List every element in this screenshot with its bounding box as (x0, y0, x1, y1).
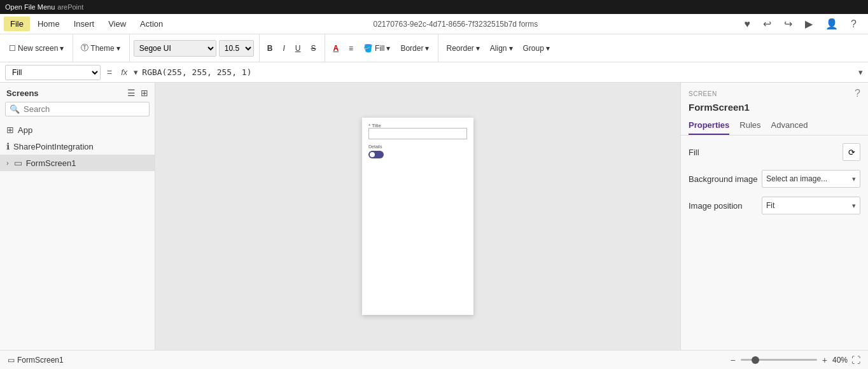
new-screen-icon: ☐ (9, 44, 16, 53)
border-chevron: ▾ (425, 44, 429, 53)
toolbar-color-group: A ≡ 🪣 Fill ▾ Border ▾ (329, 34, 438, 62)
background-image-chevron: ▾ (852, 175, 856, 183)
play-icon[interactable]: ▶ (802, 17, 815, 31)
font-family-select[interactable]: Segoe UI (134, 40, 216, 57)
image-position-label: Image position (689, 201, 743, 211)
diagnostic-icon[interactable]: ♥ (742, 17, 753, 31)
fill-icon: 🪣 (363, 44, 373, 53)
tab-properties[interactable]: Properties (689, 118, 729, 135)
sidebar-item-app[interactable]: ⊞ App (0, 122, 155, 138)
formula-input[interactable] (142, 67, 855, 77)
border-button[interactable]: Border ▾ (396, 42, 433, 55)
menu-icons-right: ♥ ↩ ↪ ▶ 👤 ? (742, 17, 864, 31)
formscreen-icon: ▭ (14, 158, 22, 168)
toolbar-font-group: Segoe UI 10.5 (134, 34, 260, 62)
align-chevron: ▾ (509, 44, 513, 53)
sidebar-items: ⊞ App ℹ SharePointIntegration › ▭ FormSc… (0, 122, 155, 350)
reorder-chevron: ▾ (476, 44, 480, 53)
reorder-button[interactable]: Reorder ▾ (442, 42, 483, 55)
bold-button[interactable]: B (263, 42, 277, 55)
bottom-screen-name: ▭ FormScreen1 (8, 356, 64, 365)
canvas-area[interactable]: * Title Details (155, 83, 680, 350)
underline-button[interactable]: U (291, 42, 305, 55)
zoom-controls: − + 40% ⛶ (729, 355, 860, 365)
refresh-icon: ⟳ (848, 148, 855, 157)
toolbar-text-format-group: B I U S (263, 34, 326, 62)
open-file-menu-label[interactable]: Open File Menu (5, 3, 55, 11)
sharepoint-icon: ℹ (6, 141, 10, 151)
sidebar-item-app-label: App (18, 125, 32, 135)
menu-item-action[interactable]: Action (134, 17, 169, 31)
sidebar-item-sharepoint-label: SharePointIntegration (13, 142, 94, 151)
new-screen-button[interactable]: ☐ New screen ▾ (5, 42, 67, 55)
panel-help-icon[interactable]: ? (855, 88, 860, 99)
grid-view-icon[interactable]: ⊞ (141, 88, 148, 98)
align-arrange-button[interactable]: Align ▾ (486, 42, 517, 55)
zoom-minus-button[interactable]: − (729, 355, 737, 365)
menu-item-insert[interactable]: Insert (67, 17, 101, 31)
canvas-toggle-circle (370, 152, 375, 157)
fill-label: Fill (689, 148, 699, 157)
panel-header: SCREEN ? (681, 83, 868, 102)
app-icon: ⊞ (6, 125, 14, 135)
formula-expand-chevron[interactable]: ▾ (858, 67, 863, 77)
search-box: 🔍 (5, 102, 150, 116)
search-input[interactable] (24, 104, 145, 114)
image-position-chevron: ▾ (852, 202, 856, 210)
background-image-label: Background image (689, 174, 757, 184)
undo-icon[interactable]: ↩ (760, 17, 774, 31)
bottom-bar: ▭ FormScreen1 − + 40% ⛶ (0, 350, 868, 369)
group-button[interactable]: Group ▾ (519, 42, 554, 55)
font-color-button[interactable]: A (329, 42, 342, 55)
formula-chevron[interactable]: ▾ (134, 67, 138, 77)
align-button[interactable]: ≡ (345, 42, 357, 55)
italic-button[interactable]: I (279, 42, 288, 55)
sidebar-item-formscreen-label: FormScreen1 (26, 158, 76, 168)
sidebar-item-sharepoint[interactable]: ℹ SharePointIntegration (0, 138, 155, 155)
list-view-icon[interactable]: ☰ (127, 88, 136, 98)
sidebar-header: Screens ☰ ⊞ (0, 83, 155, 102)
sidebar-item-formscreen[interactable]: › ▭ FormScreen1 (0, 155, 155, 171)
formula-bar: Fill = fx ▾ ▾ (0, 62, 868, 83)
canvas-toggle[interactable] (368, 151, 384, 158)
menu-item-view[interactable]: View (102, 17, 132, 31)
bottom-screen-name-label: FormScreen1 (17, 356, 64, 365)
panel-title: FormScreen1 (681, 102, 868, 118)
toolbar-arrange-group: Reorder ▾ Align ▾ Group ▾ (442, 34, 558, 62)
title-bar: Open File Menu arePoint (0, 0, 868, 14)
canvas-text-field (368, 128, 467, 139)
toolbar-new-screen-group: ☐ New screen ▾ (5, 34, 73, 62)
image-position-dropdown[interactable]: Fit ▾ (762, 197, 860, 214)
toolbar: ☐ New screen ▾ Ⓣ Theme ▾ Segoe UI 10.5 B… (0, 34, 868, 62)
panel-body: Fill ⟳ Background image Select an image.… (681, 136, 868, 350)
fill-color-button[interactable]: ⟳ (843, 143, 860, 161)
tab-rules[interactable]: Rules (739, 118, 760, 135)
strikethrough-button[interactable]: S (307, 42, 319, 55)
zoom-plus-button[interactable]: + (821, 355, 829, 365)
image-position-row: Image position Fit ▾ (689, 197, 860, 214)
zoom-slider[interactable] (741, 359, 817, 361)
equals-sign: = (104, 67, 115, 78)
canvas-details-label: Details (368, 144, 382, 149)
menu-item-home[interactable]: Home (31, 17, 66, 31)
panel-section-label: SCREEN (689, 90, 717, 97)
main-content: Screens ☰ ⊞ 🔍 ⊞ App ℹ SharePointIntegrat… (0, 83, 868, 350)
expand-canvas-button[interactable]: ⛶ (851, 355, 860, 365)
expand-icon: › (6, 159, 9, 167)
help-icon[interactable]: ? (848, 17, 859, 31)
fill-button[interactable]: 🪣 Fill ▾ (360, 42, 394, 55)
search-icon: 🔍 (10, 104, 20, 114)
new-screen-chevron: ▾ (60, 44, 64, 53)
group-chevron: ▾ (546, 44, 550, 53)
sidebar-title: Screens (6, 88, 39, 98)
property-select[interactable]: Fill (5, 65, 101, 80)
menu-item-file[interactable]: File (4, 17, 30, 31)
menu-bar: File Home Insert View Action 02170763-9e… (0, 14, 868, 34)
redo-icon[interactable]: ↪ (781, 17, 795, 31)
theme-button[interactable]: Ⓣ Theme ▾ (77, 41, 123, 55)
tab-advanced[interactable]: Advanced (771, 118, 808, 135)
background-image-dropdown[interactable]: Select an image... ▾ (762, 170, 860, 188)
fx-label[interactable]: fx (118, 67, 130, 77)
font-size-select[interactable]: 10.5 (219, 40, 254, 57)
user-icon[interactable]: 👤 (823, 17, 841, 31)
